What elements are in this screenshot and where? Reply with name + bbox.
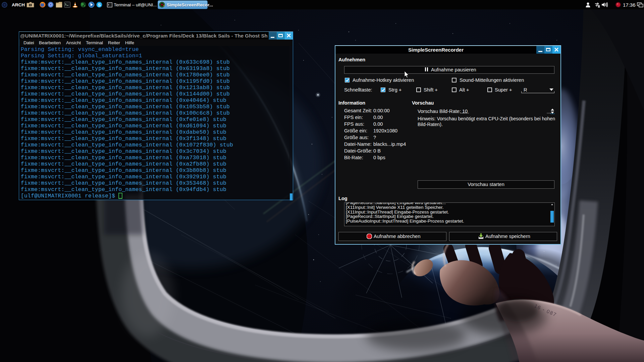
svg-text:S: S [98,2,101,7]
